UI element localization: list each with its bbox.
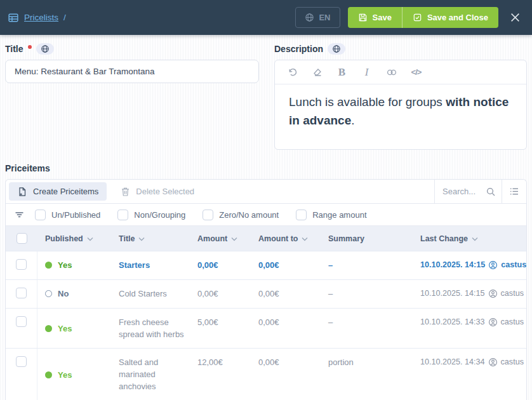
table-row[interactable]: Yes Salted and marinated anchovies 12,00… bbox=[6, 348, 526, 400]
filter-zero-no-amount: Zero/No amount bbox=[203, 210, 279, 220]
search-icon[interactable] bbox=[486, 187, 496, 197]
column-header-label: Summary bbox=[328, 234, 364, 243]
table-row[interactable]: Yes Fresh cheese spread with herbs 5,00€… bbox=[6, 308, 526, 349]
code-icon: </> bbox=[411, 67, 422, 77]
main-content: Title Description bbox=[0, 35, 532, 400]
create-priceitems-label: Create Priceitems bbox=[33, 187, 98, 196]
table-header: Published Title Amount Amount to Summary… bbox=[6, 225, 526, 251]
title-translate-button[interactable] bbox=[36, 43, 54, 55]
amount-to-value: 0,00€ bbox=[251, 251, 321, 279]
breadcrumb: Pricelists / bbox=[8, 12, 66, 23]
last-change-datetime: 10.10.2025. 14:15 bbox=[420, 260, 485, 269]
table-row[interactable]: Yes Starters 0,00€ 0,00€ – 10.10.2025. 1… bbox=[6, 251, 526, 279]
last-change-cell: 10.10.2025. 14:15 castus bbox=[413, 280, 528, 308]
filter-un-published-checkbox[interactable] bbox=[35, 210, 46, 220]
column-header-title[interactable]: Title bbox=[111, 234, 190, 243]
filter-un-published: Un/Published bbox=[35, 210, 100, 220]
last-change-cell: 10.10.2025. 14:15 castus bbox=[413, 251, 530, 279]
published-status-dot bbox=[45, 262, 52, 269]
filter-bar: Un/Published Non/Grouping Zero/No amount… bbox=[6, 204, 526, 225]
summary-value: – bbox=[321, 251, 413, 279]
globe-icon bbox=[305, 13, 314, 22]
last-change-cell: 10.10.2025. 14:34 castus bbox=[413, 349, 528, 400]
language-button[interactable]: EN bbox=[295, 7, 340, 28]
save-and-close-button[interactable]: Save and Close bbox=[402, 7, 498, 28]
title-input[interactable] bbox=[5, 60, 259, 83]
description-content[interactable]: Lunch is available for groups with notic… bbox=[275, 84, 526, 138]
published-status-dot bbox=[45, 371, 52, 378]
summary-value: – bbox=[321, 280, 413, 308]
bold-button[interactable]: B bbox=[329, 63, 354, 82]
chevron-down-icon bbox=[138, 237, 145, 241]
filter-label: Non/Grouping bbox=[134, 210, 185, 220]
column-header-amount[interactable]: Amount bbox=[190, 234, 251, 243]
save-button[interactable]: Save bbox=[348, 7, 402, 28]
link-icon bbox=[386, 68, 397, 77]
row-checkbox[interactable] bbox=[16, 288, 27, 298]
amount-value: 0,00€ bbox=[190, 280, 251, 308]
create-priceitems-button[interactable]: Create Priceitems bbox=[9, 182, 107, 201]
last-change-user: castus bbox=[501, 357, 524, 366]
required-indicator bbox=[28, 45, 32, 49]
user-icon bbox=[488, 289, 498, 298]
save-button-group: Save Save and Close bbox=[348, 7, 498, 28]
link-button[interactable] bbox=[379, 63, 404, 82]
trash-icon bbox=[121, 187, 130, 197]
priceitems-section-label: Priceitems bbox=[5, 163, 527, 173]
priceitem-title-link[interactable]: Starters bbox=[111, 251, 190, 279]
globe-icon bbox=[332, 44, 341, 53]
last-change-datetime: 10.10.2025. 14:33 bbox=[420, 317, 485, 326]
priceitem-title-link[interactable]: Fresh cheese spread with herbs bbox=[111, 309, 190, 349]
column-header-amount-to[interactable]: Amount to bbox=[251, 234, 321, 243]
amount-value: 5,00€ bbox=[190, 309, 251, 349]
last-change-datetime: 10.10.2025. 14:34 bbox=[420, 357, 485, 366]
undo-icon bbox=[288, 67, 298, 77]
priceitem-title-link[interactable]: Salted and marinated anchovies bbox=[111, 349, 190, 400]
priceitems-toolbar: Create Priceitems Delete Selected bbox=[6, 180, 526, 204]
description-period: . bbox=[351, 114, 354, 127]
chevron-down-icon bbox=[472, 237, 478, 241]
italic-icon: I bbox=[365, 66, 369, 79]
chevron-down-icon bbox=[87, 237, 93, 241]
user-icon bbox=[488, 260, 498, 270]
close-button[interactable] bbox=[507, 10, 523, 25]
filter-non-grouping-checkbox[interactable] bbox=[117, 210, 128, 220]
chevron-down-icon bbox=[302, 237, 308, 241]
filter-range-amount-checkbox[interactable] bbox=[296, 210, 307, 220]
breadcrumb-pricelists-link[interactable]: Pricelists bbox=[24, 13, 58, 22]
last-change-user: castus bbox=[501, 317, 524, 326]
list-icon bbox=[509, 187, 519, 196]
description-translate-button[interactable] bbox=[328, 43, 345, 55]
published-status-label: Yes bbox=[58, 324, 72, 333]
row-checkbox[interactable] bbox=[16, 316, 27, 327]
filter-zero-no-amount-checkbox[interactable] bbox=[203, 210, 213, 220]
save-label: Save bbox=[373, 13, 392, 22]
amount-to-value: 0,00€ bbox=[251, 349, 321, 400]
table-row[interactable]: No Cold Starters 0,00€ 0,00€ – 10.10.202… bbox=[6, 279, 526, 308]
italic-button[interactable]: I bbox=[354, 63, 379, 82]
description-label: Description bbox=[274, 44, 323, 54]
description-text: Lunch is available for groups bbox=[289, 95, 446, 109]
amount-value: 0,00€ bbox=[190, 251, 251, 279]
column-header-published[interactable]: Published bbox=[37, 234, 111, 243]
select-all-checkbox[interactable] bbox=[17, 233, 27, 244]
column-header-last-change[interactable]: Last Change bbox=[413, 234, 526, 243]
published-status-dot bbox=[45, 290, 52, 297]
filter-icon[interactable] bbox=[14, 210, 25, 219]
title-label: Title bbox=[5, 44, 23, 54]
column-header-label: Amount bbox=[197, 234, 227, 243]
priceitem-title-link[interactable]: Cold Starters bbox=[111, 280, 190, 308]
row-checkbox[interactable] bbox=[16, 356, 27, 367]
delete-selected-button[interactable]: Delete Selected bbox=[114, 180, 201, 203]
topbar: Pricelists / EN Save bbox=[0, 0, 532, 35]
floppy-icon bbox=[358, 13, 368, 22]
clear-format-button[interactable] bbox=[305, 63, 329, 82]
search-input[interactable] bbox=[442, 187, 481, 196]
row-checkbox[interactable] bbox=[16, 259, 27, 270]
undo-button[interactable] bbox=[280, 63, 305, 82]
column-settings-button[interactable] bbox=[502, 180, 526, 203]
published-status-label: No bbox=[58, 289, 69, 298]
column-header-summary: Summary bbox=[321, 234, 413, 243]
code-view-button[interactable]: </> bbox=[404, 63, 429, 82]
chevron-down-icon bbox=[231, 237, 237, 241]
